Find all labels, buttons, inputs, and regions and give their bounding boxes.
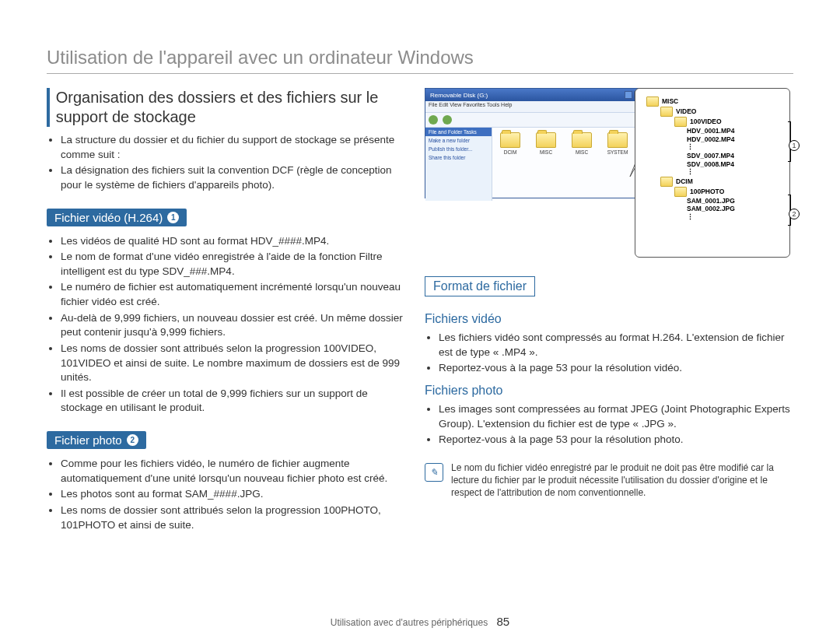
divider (47, 73, 793, 74)
tree-label: ⋮ (687, 168, 694, 177)
page-footer: Utilisation avec d'autres périphériques … (0, 615, 840, 628)
windows-explorer-window: Removable Disk (G:) File Edit View Favor… (425, 88, 654, 198)
list-item: Reportez-vous à la page 53 pour la résol… (439, 433, 790, 447)
tree-label: 100PHOTO (690, 188, 724, 196)
tree-dots: ⋮ (646, 168, 782, 177)
section-heading: Organisation des dossiers et des fichier… (47, 88, 404, 127)
storage-structure-figure: Removable Disk (G:) File Edit View Favor… (425, 88, 790, 262)
note-text: Le nom du fichier vidéo enregistré par l… (451, 461, 790, 500)
folder-label: MISC (576, 149, 588, 155)
folder-tree: MISC VIDEO 100VIDEO HDV_0001.MP4 HDV_000… (646, 96, 782, 222)
tree-label: 100VIDEO (690, 118, 722, 126)
annotation-1-icon: 1 (789, 140, 800, 151)
list-item: Reportez-vous à la page 53 pour la résol… (439, 361, 790, 376)
sidebar-item: Share this folder (425, 153, 492, 162)
tree-leaf: HDV_0001.MP4 (646, 127, 782, 135)
video-bullet-list: Les vidéos de qualité HD sont au format … (47, 234, 404, 416)
tree-label: HDV_0002.MP4 (687, 135, 734, 144)
photo-files-subtitle: Fichiers photo (425, 384, 790, 398)
tree-leaf: SAM_0001.JPG (646, 197, 782, 205)
tree-dots: ⋮ (646, 143, 782, 152)
tree-leaf: SDV_0007.MP4 (646, 152, 782, 160)
folder-item: DCIM (497, 132, 523, 155)
window-title-text: Removable Disk (G:) (428, 92, 488, 99)
folder-tree-callout: 1 2 MISC VIDEO 100VIDEO HDV_0001.MP4 HDV… (635, 88, 790, 258)
left-column: Organisation des dossiers et des fichier… (47, 88, 404, 534)
tree-dots: ⋮ (646, 213, 782, 222)
folder-icon (607, 132, 628, 148)
tree-leaf: SAM_0002.JPG (646, 205, 782, 213)
video-file-tag: Fichier vidéo (H.264) 1 (47, 209, 187, 226)
list-item: Il est possible de créer un total de 9,9… (61, 387, 404, 416)
list-item: Au-delà de 9,999 fichiers, un nouveau do… (61, 311, 404, 340)
list-item: Comme pour les fichiers vidéo, le numéro… (61, 457, 404, 486)
tree-label: VIDEO (676, 107, 696, 116)
tree-label: SDV_0007.MP4 (687, 152, 734, 160)
heading-accent-bar (47, 88, 50, 127)
tree-label: ⋮ (687, 213, 694, 222)
footer-section-label: Utilisation avec d'autres périphériques (331, 617, 488, 628)
tag-label: Fichier photo (54, 433, 122, 447)
tree-node: 100PHOTO (646, 187, 782, 197)
folder-icon (674, 117, 687, 127)
photo-format-list: Les images sont compressées au format JP… (425, 402, 790, 447)
tree-leaf: SDV_0008.MP4 (646, 160, 782, 169)
tag-label: Fichier vidéo (H.264) (54, 211, 163, 224)
folder-icon (660, 107, 673, 117)
manual-page: Utilisation de l'appareil avec un ordina… (0, 0, 840, 642)
folder-item: MISC (569, 132, 595, 155)
list-item: Les photos sont au format SAM_####.JPG. (61, 487, 404, 502)
file-format-heading: Format de fichier (425, 276, 535, 296)
sidebar-header: File and Folder Tasks (425, 128, 492, 136)
tree-node: MISC (646, 96, 782, 107)
tree-node: 100VIDEO (646, 117, 782, 127)
sidebar-item: Publish this folder... (425, 145, 492, 153)
badge-2-icon: 2 (127, 434, 138, 446)
tree-label: SDV_0008.MP4 (687, 160, 734, 169)
badge-1-icon: 1 (167, 212, 179, 223)
folder-icon (660, 177, 673, 187)
window-titlebar: Removable Disk (G:) (425, 89, 653, 101)
list-item: Les fichiers vidéo sont compressés au fo… (439, 331, 790, 360)
tree-label: HDV_0001.MP4 (687, 127, 734, 135)
explorer-sidebar: File and Folder Tasks Make a new folder … (425, 128, 492, 201)
tree-node: VIDEO (646, 107, 782, 117)
list-item: La désignation des fichiers suit la conv… (61, 163, 404, 192)
note-icon: ✎ (425, 463, 443, 482)
tree-leaf: HDV_0002.MP4 (646, 135, 782, 144)
intro-list: La structure du dossier et du fichier du… (47, 133, 404, 193)
folder-label: SYSTEM (607, 149, 628, 155)
list-item: Le nom de format d'une vidéo enregistrée… (61, 250, 404, 279)
folder-label: MISC (540, 149, 552, 155)
forward-icon (443, 115, 452, 125)
folder-item: SYSTEM (604, 132, 631, 155)
right-column: Removable Disk (G:) File Edit View Favor… (425, 88, 790, 534)
minimize-icon (625, 91, 632, 99)
folder-icon (674, 187, 687, 197)
tree-node: DCIM (646, 177, 782, 187)
list-item: Le numéro de fichier est automatiquement… (61, 280, 404, 309)
note-box: ✎ Le nom du fichier vidéo enregistré par… (425, 461, 790, 500)
tree-label: MISC (662, 97, 678, 106)
video-format-list: Les fichiers vidéo sont compressés au fo… (425, 331, 790, 376)
explorer-body: File and Folder Tasks Make a new folder … (425, 128, 653, 201)
list-item: Les vidéos de qualité HD sont au format … (61, 234, 404, 249)
tree-label: ⋮ (687, 143, 694, 152)
folder-item: MISC (533, 132, 559, 155)
tree-label: SAM_0001.JPG (687, 197, 735, 205)
list-item: Les images sont compressées au format JP… (439, 402, 790, 431)
tree-label: DCIM (676, 177, 693, 186)
folder-icon (500, 132, 520, 148)
sidebar-item: Make a new folder (425, 136, 492, 145)
folder-icon (572, 132, 592, 148)
list-item: Les noms de dossier sont attribués selon… (61, 342, 404, 385)
tree-label: SAM_0002.JPG (687, 205, 735, 213)
folder-icon (646, 96, 659, 107)
page-number: 85 (497, 615, 510, 628)
video-files-subtitle: Fichiers vidéo (425, 312, 790, 326)
list-item: Les noms de dossier sont attribués selon… (61, 503, 404, 532)
explorer-main-pane: DCIM MISC MISC SYSTEM (492, 128, 653, 201)
menubar: File Edit View Favorites Tools Help (425, 101, 653, 113)
list-item: La structure du dossier et du fichier du… (61, 133, 404, 162)
photo-bullet-list: Comme pour les fichiers vidéo, le numéro… (47, 457, 404, 532)
